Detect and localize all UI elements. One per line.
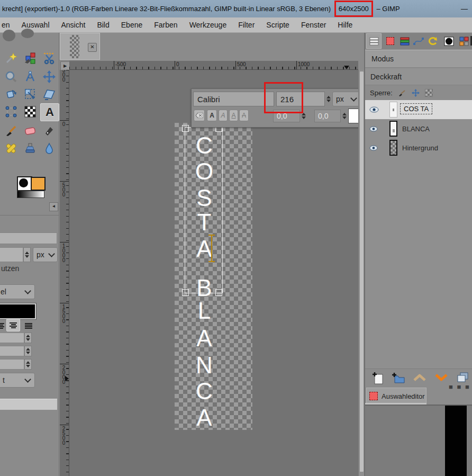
handle-transform-tool[interactable] <box>3 104 19 119</box>
eraser-tool[interactable] <box>22 123 38 138</box>
justify-center-button-selected[interactable] <box>6 319 20 331</box>
minimize-button[interactable]: — <box>461 0 468 17</box>
select-by-color-tool[interactable] <box>22 51 38 66</box>
zoom-tool[interactable] <box>3 69 19 84</box>
move-tool[interactable] <box>41 69 57 84</box>
underline-button[interactable]: A <box>229 110 238 121</box>
font-unit-dropdown[interactable]: px <box>332 92 358 106</box>
font-size-stepper[interactable] <box>325 93 332 105</box>
title-bar[interactable]: krecht] (exportiert)-1.0 (RGB-Farben Lin… <box>0 0 472 17</box>
indent-field[interactable] <box>0 333 24 343</box>
text-color-swatch[interactable] <box>0 303 36 319</box>
horizontal-ruler[interactable]: -500 0 500 1000 <box>69 61 358 70</box>
heal-tool[interactable] <box>3 141 19 156</box>
menu-item-fenster[interactable]: Fenster <box>295 21 332 29</box>
gradient-preview[interactable] <box>17 191 44 198</box>
scale-tool[interactable] <box>22 87 38 102</box>
strikethrough-button[interactable]: A <box>239 110 249 121</box>
canvas-viewport[interactable]: C O S T A B L A N C A Calibri 216 <box>69 70 358 476</box>
menu-item-farben[interactable]: Farben <box>148 21 183 29</box>
collapse-arrow-button[interactable]: ◄ <box>49 202 58 211</box>
layer-row-blanca[interactable]: BLANCA <box>365 119 472 138</box>
shear-tool[interactable] <box>41 87 57 102</box>
scissors-select-tool[interactable] <box>41 51 57 66</box>
indent-spinner[interactable] <box>24 333 32 343</box>
italic-button[interactable]: A <box>219 110 228 121</box>
text-tool-selected[interactable]: A <box>40 103 59 121</box>
lower-layer-button[interactable] <box>434 373 448 384</box>
font-size-field[interactable] <box>0 247 23 262</box>
font-name-field[interactable] <box>0 232 57 244</box>
letter-spacing-field[interactable] <box>0 359 24 370</box>
layer-row-costa[interactable]: COS TA <box>365 100 472 119</box>
box-mode-dropdown[interactable]: t <box>0 373 35 388</box>
unit-dropdown[interactable]: px <box>33 247 58 262</box>
visibility-eye-icon[interactable] <box>369 145 378 151</box>
image-tab[interactable]: ✕ <box>60 33 100 60</box>
measure-tool[interactable] <box>22 69 38 84</box>
undo-history-tab[interactable] <box>424 33 440 49</box>
ink-tool[interactable] <box>41 123 57 138</box>
colors-tab[interactable] <box>441 33 457 49</box>
ruler-menu-button[interactable]: ▶ <box>60 61 70 70</box>
kerning-stepper[interactable] <box>341 110 348 122</box>
selection-tab[interactable] <box>383 33 398 49</box>
menu-item-filter[interactable]: Filter <box>232 21 260 29</box>
justify-fill-button[interactable] <box>23 320 34 331</box>
hinting-dropdown[interactable]: el <box>0 284 35 299</box>
paintbrush-tool[interactable] <box>3 123 19 138</box>
font-size-spinner[interactable] <box>23 247 31 262</box>
layer-thumbnail[interactable] <box>389 102 397 118</box>
layer-opacity-row[interactable]: Deckkraft <box>365 68 472 85</box>
menu-item-bearbeiten[interactable]: en <box>0 21 16 29</box>
letter-spacing-spinner[interactable] <box>24 359 32 370</box>
vertical-ruler[interactable]: -500 0 500 1000 1500 2000 2500 <box>60 70 69 476</box>
new-group-button[interactable] <box>391 372 405 386</box>
layers-tab[interactable] <box>366 33 382 49</box>
menu-item-bild[interactable]: Bild <box>91 21 115 29</box>
raise-layer-button[interactable] <box>413 373 426 384</box>
flip-tool[interactable] <box>22 104 38 119</box>
selection-editor-tab[interactable]: Auswahleditor <box>366 388 426 404</box>
menu-item-scripte[interactable]: Scripte <box>260 21 295 29</box>
layer-thumbnail[interactable] <box>389 140 397 156</box>
language-entry-bar[interactable] <box>0 399 57 410</box>
line-spacing-field[interactable] <box>0 346 24 356</box>
bbox-handle-top-left[interactable] <box>182 125 189 132</box>
rotate-tool[interactable] <box>3 87 19 102</box>
visibility-eye-icon[interactable] <box>369 126 378 132</box>
channels-tab[interactable] <box>397 33 412 49</box>
menu-item-werkzeuge[interactable]: Werkzeuge <box>184 21 233 29</box>
fuzzy-select-tool[interactable] <box>3 51 19 66</box>
bbox-handle-bottom-right[interactable] <box>215 289 222 296</box>
layer-row-hintergrund[interactable]: Hintergrund <box>365 138 472 157</box>
line-spacing-spinner[interactable] <box>24 346 32 356</box>
justify-left-button[interactable] <box>0 320 4 331</box>
menu-item-hilfe[interactable]: Hilfe <box>332 21 358 29</box>
layer-thumbnail[interactable] <box>389 121 397 137</box>
menu-item-ansicht[interactable]: Ansicht <box>56 21 92 29</box>
clear-style-button[interactable] <box>194 110 205 121</box>
palettes-tab[interactable] <box>456 33 471 49</box>
layer-name-editing[interactable]: COS TA <box>400 103 432 114</box>
visibility-eye-icon[interactable] <box>369 106 379 113</box>
blur-tool[interactable] <box>41 141 57 156</box>
paths-tab[interactable] <box>411 33 426 49</box>
bbox-handle-bottom-left[interactable] <box>182 289 189 296</box>
lock-position-icon[interactable] <box>412 89 420 97</box>
background-color-swatch[interactable] <box>31 177 46 191</box>
vertical-scrollbar-thumb[interactable] <box>359 71 364 472</box>
dock-resize-handle[interactable]: ■ ■ ■ <box>449 383 470 391</box>
foreground-color-swatch[interactable] <box>17 176 32 191</box>
clone-tool[interactable] <box>22 141 38 156</box>
lock-pixels-brush-icon[interactable] <box>398 89 406 97</box>
font-family-input[interactable]: Calibri <box>193 92 274 106</box>
text-color-swatch-white[interactable] <box>348 109 358 123</box>
selection-editor-preview[interactable] <box>365 405 472 476</box>
kerning-field[interactable]: 0,0 <box>314 110 341 122</box>
lock-alpha-icon[interactable] <box>425 89 433 97</box>
bold-button[interactable]: A <box>207 110 217 121</box>
menu-item-ebene[interactable]: Ebene <box>115 21 148 29</box>
new-layer-button[interactable] <box>371 371 384 387</box>
close-icon[interactable]: ✕ <box>88 43 97 52</box>
